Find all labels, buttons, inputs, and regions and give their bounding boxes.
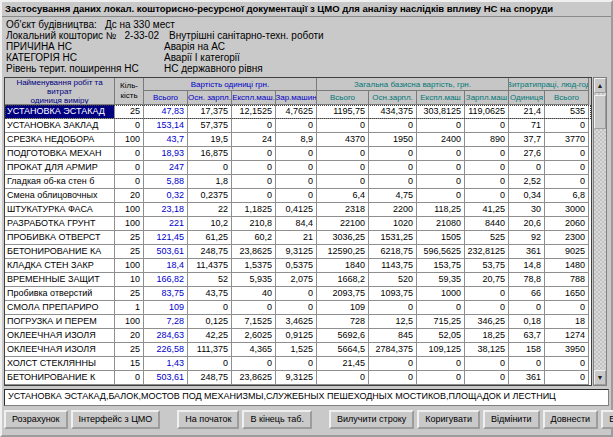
calculate-button[interactable]: Розрахунок [4,410,68,429]
row-value-cell[interactable]: 0 [317,119,369,133]
row-name-cell[interactable]: Смена облицовочных [5,189,115,203]
row-value-cell[interactable]: 4,75 [369,189,417,203]
row-value-cell[interactable]: 788 [545,273,589,287]
row-value-cell[interactable]: 14,8 [509,259,545,273]
row-value-cell[interactable]: 40 [232,287,276,301]
row-value-cell[interactable]: 1,8 [188,175,232,189]
row-value-cell[interactable]: 728 [317,315,369,329]
row-value-cell[interactable]: 0 [115,119,144,133]
row-value-cell[interactable]: 78,8 [509,273,545,287]
row-value-cell[interactable]: 221 [144,217,188,231]
row-value-cell[interactable]: 6218,75 [369,245,417,259]
row-value-cell[interactable]: 20 [115,189,144,203]
row-value-cell[interactable]: 0 [276,119,317,133]
row-value-cell[interactable]: 41,25 [465,203,509,217]
row-value-cell[interactable]: 0 [509,357,545,371]
row-value-cell[interactable]: 158 [509,343,545,357]
row-value-cell[interactable]: 226,58 [144,343,188,357]
table-row[interactable]: ХОЛСТ СТЕКЛЯННЫ151,4300021,4500000 [5,357,591,371]
row-value-cell[interactable]: 25 [115,105,144,119]
row-value-cell[interactable]: 2200 [369,203,417,217]
row-value-cell[interactable]: 0 [509,161,545,175]
row-value-cell[interactable]: 53,75 [465,259,509,273]
row-value-cell[interactable]: 0,4125 [276,203,317,217]
row-name-cell[interactable]: УСТАНОВКА ЗАКЛАД [5,119,115,133]
row-value-cell[interactable]: 0 [417,147,465,161]
row-value-cell[interactable]: 0 [465,147,509,161]
row-value-cell[interactable]: 119,0625 [465,105,509,119]
row-value-cell[interactable]: 5,935 [232,273,276,287]
row-value-cell[interactable]: 20 [115,329,144,343]
row-value-cell[interactable]: 2318 [317,203,369,217]
row-value-cell[interactable]: 83,75 [144,287,188,301]
row-value-cell[interactable]: 10,2 [188,217,232,231]
edit-button[interactable]: Коригувати [417,410,480,429]
row-value-cell[interactable]: 1505 [417,231,465,245]
row-value-cell[interactable]: 63,7 [509,329,545,343]
scroll-down-button[interactable]: ▼ [594,370,606,385]
row-value-cell[interactable]: 2093,75 [317,287,369,301]
row-value-cell[interactable]: 3770 [545,133,589,147]
row-value-cell[interactable]: 9025 [545,245,589,259]
row-value-cell[interactable]: 434,375 [369,105,417,119]
row-value-cell[interactable]: 23,8625 [232,245,276,259]
row-value-cell[interactable]: 845 [369,329,417,343]
row-value-cell[interactable]: 210,8 [232,217,276,231]
row-value-cell[interactable]: 5692,6 [317,329,369,343]
scroll-up-button[interactable]: ▲ [594,78,606,93]
table-row[interactable]: ПОГРУЗКА И ПЕРЕМ1007,280,1257,15253,4625… [5,315,591,329]
scrollbar-track[interactable] [594,93,606,370]
row-value-cell[interactable]: 27,6 [509,147,545,161]
row-value-cell[interactable]: 715,25 [417,315,465,329]
row-value-cell[interactable]: 303,8125 [417,105,465,119]
row-name-cell[interactable]: Пробивка отверстий [5,287,115,301]
row-value-cell[interactable]: 118,25 [417,203,465,217]
table-row[interactable]: Пробивка отверстий2583,7543,754002093,75… [5,287,591,301]
row-value-cell[interactable]: 100 [115,203,144,217]
row-value-cell[interactable]: 23,18 [144,203,188,217]
row-value-cell[interactable]: 596,5625 [417,245,465,259]
row-value-cell[interactable]: 0 [115,147,144,161]
row-value-cell[interactable]: 0,2375 [188,189,232,203]
row-value-cell[interactable]: 1650 [545,287,589,301]
row-value-cell[interactable]: 0 [545,119,589,133]
row-value-cell[interactable]: 0,5375 [276,259,317,273]
row-value-cell[interactable]: 0 [465,371,509,385]
row-value-cell[interactable]: 166,82 [144,273,188,287]
row-name-cell[interactable]: ОКЛЕЕЧНАЯ ИЗОЛЯ [5,343,115,357]
row-value-cell[interactable]: 0 [465,301,509,315]
row-value-cell[interactable]: 1668,2 [317,273,369,287]
table-row[interactable]: БЕТОНИРОВАНИЕ КА25503,61248,7523,86259,3… [5,245,591,259]
row-value-cell[interactable]: 12,1525 [232,105,276,119]
table-row[interactable]: СРЕЗКА НЕДОБОРА10043,719,5248,9437019502… [5,133,591,147]
table-row[interactable]: ПРОБИВКА ОТВЕРСТ25121,4561,2560,2213036,… [5,231,591,245]
row-value-cell[interactable]: 61,25 [188,231,232,245]
row-value-cell[interactable]: 0 [276,147,317,161]
row-value-cell[interactable]: 0 [465,161,509,175]
table-row[interactable]: ПОДГОТОВКА МЕХАН018,9316,87500000027,60 [5,147,591,161]
row-value-cell[interactable]: 0 [369,119,417,133]
row-value-cell[interactable]: 8440 [465,217,509,231]
row-value-cell[interactable]: 525 [465,231,509,245]
row-value-cell[interactable]: 0 [232,161,276,175]
row-value-cell[interactable]: 1,5375 [232,259,276,273]
row-value-cell[interactable]: 42,25 [188,329,232,343]
row-value-cell[interactable]: 16,875 [188,147,232,161]
row-value-cell[interactable]: 0 [369,371,417,385]
row-value-cell[interactable]: 0 [276,301,317,315]
row-value-cell[interactable]: 23,8625 [232,371,276,385]
row-value-cell[interactable]: 0 [317,175,369,189]
row-value-cell[interactable]: 0 [276,287,317,301]
row-value-cell[interactable]: 0 [545,357,589,371]
row-value-cell[interactable]: 247 [144,161,188,175]
row-value-cell[interactable]: 17,375 [188,105,232,119]
row-value-cell[interactable]: 2060 [545,217,589,231]
row-value-cell[interactable]: 37,7 [509,133,545,147]
row-value-cell[interactable]: 111,375 [188,343,232,357]
row-value-cell[interactable]: 21,4 [509,105,545,119]
row-value-cell[interactable]: 0 [232,301,276,315]
row-value-cell[interactable]: 30 [509,203,545,217]
cmo-interface-button[interactable]: Інтерфейс з ЦМО [71,410,161,429]
table-row[interactable]: БЕТОНИРОВАНИЕ К0503,61248,7523,86259,312… [5,371,591,385]
row-value-cell[interactable]: 248,75 [188,371,232,385]
